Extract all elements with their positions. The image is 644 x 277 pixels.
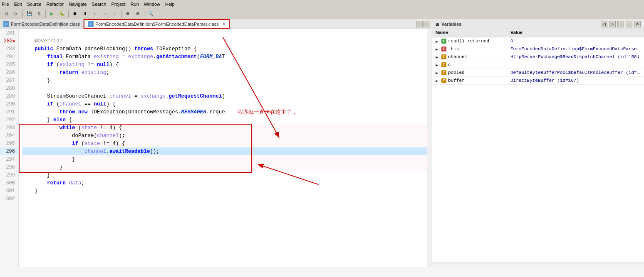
code-283-2: FormData	[53, 46, 84, 52]
ln-292: 292	[0, 116, 18, 124]
code-301: }	[22, 188, 38, 194]
toolbar-btn-1[interactable]: ◁	[2, 10, 11, 18]
menu-window[interactable]: Window	[144, 2, 160, 7]
tab-right-close[interactable]: ✕	[222, 22, 225, 26]
code-283-1	[22, 46, 35, 52]
toolbar-btn-step-return[interactable]: ↑	[110, 10, 119, 18]
code-line-293: while ( state != 4) {	[22, 124, 427, 132]
expand-icon-c[interactable]: ▶	[436, 63, 440, 67]
expand-icon-channel[interactable]: ▶	[436, 55, 440, 59]
vars-col-name-header: Name	[432, 29, 507, 37]
toolbar-btn-save[interactable]: 💾	[25, 10, 34, 18]
var-icon-pooled: f	[441, 70, 446, 75]
menu-file[interactable]: File	[2, 2, 9, 7]
vars-table[interactable]: ▶ r read() returned 0 ▶ t this FormEncod…	[432, 37, 644, 262]
editor-maximize-btn[interactable]: □	[424, 21, 430, 27]
menu-edit[interactable]: Edit	[14, 2, 22, 7]
code-283-method: parseBlocking()	[84, 46, 134, 52]
code-line-284: final FormData existing = exchange . get…	[22, 53, 427, 61]
panel-maximize-btn[interactable]: □	[626, 21, 632, 27]
ln-293: 293	[0, 124, 18, 132]
toolbar-btn-step-over[interactable]: →	[100, 10, 109, 18]
code-296-channel: channel	[84, 149, 107, 154]
toolbar-btn-6[interactable]: ⊕	[123, 10, 132, 18]
code-298: }	[22, 164, 63, 170]
toolbar-btn-search[interactable]: 🔍	[146, 10, 155, 18]
menu-refactor[interactable]: Refactor	[47, 2, 64, 7]
var-icon-c: f	[441, 62, 446, 67]
panel-btn-1[interactable]: ◁	[601, 21, 607, 27]
var-row-pooled[interactable]: ▶ f pooled DefaultByteBufferPool$Default…	[432, 69, 644, 77]
tab-left[interactable]: C FormEncodedDataDefinition.class	[0, 19, 84, 29]
code-299: }	[22, 172, 50, 178]
code-line-286: return existing ;	[22, 69, 427, 76]
var-row-read-returned[interactable]: ▶ r read() returned 0	[432, 37, 644, 45]
toolbar-sep-1	[22, 10, 23, 17]
main-area: C FormEncodedDataDefinition.class C Form…	[0, 19, 644, 267]
menu-run[interactable]: Run	[131, 2, 139, 7]
code-290-null: null	[94, 101, 107, 107]
vars-table-header: Name Value	[432, 29, 644, 37]
code-295-1	[22, 141, 72, 147]
var-row-buffer[interactable]: ▶ f buffer DirectByteBuffer (id=167)	[432, 77, 644, 85]
menu-source[interactable]: Source	[27, 2, 42, 7]
vars-scrollbar[interactable]	[432, 262, 644, 267]
code-289-1: StreamSourceChannel	[22, 93, 109, 99]
var-icon-buffer: f	[441, 78, 446, 83]
toolbar-btn-run[interactable]: ▶	[47, 10, 57, 18]
var-row-c[interactable]: ▶ f c	[432, 61, 644, 69]
tab-right-label: FormEncodedDataDefinition$FormEncodedDat…	[95, 22, 219, 27]
code-line-281	[22, 29, 427, 37]
editor-minimize-btn[interactable]: ─	[416, 21, 423, 27]
code-294-doparse: doParse(	[72, 133, 97, 139]
expand-icon-read[interactable]: ▶	[436, 39, 440, 43]
toolbar-sep-2	[45, 10, 46, 17]
ln-288: 288	[0, 84, 18, 92]
code-lines[interactable]: @Override public FormData parseBlocking(…	[19, 29, 427, 267]
expand-icon-buffer[interactable]: ▶	[436, 78, 440, 83]
variables-panel-title: ⊞ Variables	[436, 22, 461, 27]
menu-project[interactable]: Project	[111, 2, 125, 7]
code-294-channel: channel	[97, 133, 119, 139]
toolbar-btn-5[interactable]: ⏸	[80, 10, 89, 18]
panel-close-btn[interactable]: ✕	[634, 21, 641, 27]
code-285-1	[22, 62, 47, 68]
menu-navigate[interactable]: Navigate	[69, 2, 87, 7]
code-annotation: @Override	[22, 38, 63, 44]
code-286-existing: existing	[82, 70, 107, 76]
var-row-this[interactable]: ▶ t this FormEncodedDataDefinition$FormE…	[432, 45, 644, 53]
expand-icon-pooled[interactable]: ▶	[436, 71, 440, 75]
toolbar-btn-4[interactable]: ⏹	[70, 10, 79, 18]
code-300-return: return	[47, 180, 66, 186]
code-container: 281 282◉ 283 284 285 286 287 288 289 290…	[0, 29, 432, 267]
toolbar-btn-step-into[interactable]: ↓	[90, 10, 99, 18]
editor-scrollbar[interactable]	[427, 29, 432, 267]
menu-bar: File Edit Source Refactor Navigate Searc…	[0, 0, 644, 8]
expand-icon-this[interactable]: ▶	[436, 47, 440, 51]
toolbar-btn-3[interactable]: ⎙	[35, 10, 44, 18]
ln-301: 301	[0, 187, 18, 195]
code-285-4: ) {	[109, 62, 119, 68]
toolbar-btn-debug[interactable]: 🐛	[57, 10, 67, 18]
code-291-4: .reque	[206, 109, 225, 115]
ln-299: 299	[0, 171, 18, 179]
var-row-channel[interactable]: ▶ f channel HttpServerExchange$ReadDispa…	[432, 53, 644, 61]
ln-283: 283	[0, 45, 18, 53]
panel-btn-2[interactable]: ▷	[609, 21, 616, 27]
variables-icon: ⊞	[436, 22, 439, 27]
code-284-getatt: getAttachment	[156, 54, 197, 60]
code-line-296: channel . awaitReadable ();	[22, 147, 427, 155]
chinese-annotation: 程序就一直卡在这里了，	[238, 108, 297, 116]
panel-minimize-btn[interactable]: ─	[617, 21, 624, 27]
code-289-2: =	[131, 93, 141, 99]
editor-scroll[interactable]: 281 282◉ 283 284 285 286 287 288 289 290…	[0, 29, 432, 267]
ln-286: 286	[0, 69, 18, 76]
toolbar-btn-7[interactable]: ⊖	[133, 10, 142, 18]
toolbar-btn-2[interactable]: ▷	[12, 10, 21, 18]
menu-help[interactable]: Help	[165, 2, 175, 7]
code-line-289: StreamSourceChannel channel = exchange .…	[22, 92, 427, 100]
tab-right[interactable]: C FormEncodedDataDefinition$FormEncodedD…	[84, 19, 230, 29]
ln-300: 300	[0, 179, 18, 187]
ln-297: 297	[0, 155, 18, 163]
menu-search[interactable]: Search	[92, 2, 107, 7]
